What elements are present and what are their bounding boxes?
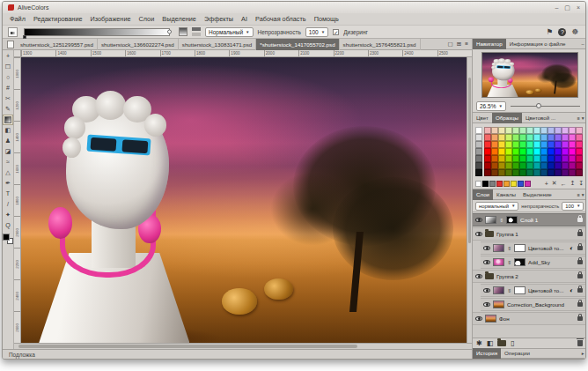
close-button[interactable]: ×	[577, 4, 580, 11]
new-mask-icon[interactable]: ◧	[487, 339, 494, 348]
palette-swatch[interactable]	[576, 155, 583, 162]
layer-opacity-select[interactable]: 100 ▼	[562, 202, 584, 211]
collapse-panel-icon[interactable]: –	[581, 41, 584, 47]
palette-swatch[interactable]	[562, 141, 569, 148]
palette-swatch[interactable]	[526, 148, 533, 155]
palette-swatch[interactable]	[555, 141, 562, 148]
lock-icon[interactable]	[577, 288, 583, 293]
color-chips[interactable]	[3, 234, 13, 244]
palette-gray-swatch[interactable]	[475, 169, 482, 176]
palette-swatch[interactable]	[548, 134, 555, 141]
palette-swatch[interactable]	[505, 169, 512, 176]
tab-list-icon[interactable]: ≡	[465, 41, 468, 48]
palette-swatch[interactable]	[526, 169, 533, 176]
palette-swatch[interactable]	[505, 162, 512, 169]
doc-tab[interactable]: shutterstock_130831471.psd	[179, 39, 256, 50]
palette-swatch[interactable]	[548, 127, 555, 134]
palette-swatch[interactable]	[512, 162, 519, 169]
canvas-viewport[interactable]	[21, 57, 467, 343]
tab-file-info[interactable]: Информация о файле	[506, 39, 570, 49]
gradient-editor-strip[interactable]	[24, 28, 170, 36]
palette-swatch[interactable]	[505, 127, 512, 134]
palette-swatch[interactable]	[498, 169, 505, 176]
doc-tab[interactable]: *shutterstock_1417055702.psd	[256, 39, 339, 50]
palette-swatch[interactable]	[576, 127, 583, 134]
link-icon[interactable]: ∞	[499, 218, 504, 222]
palette-swatch[interactable]	[519, 162, 526, 169]
add-swatch-icon[interactable]: +	[545, 181, 548, 187]
palette-swatch[interactable]	[498, 127, 505, 134]
lasso-tool[interactable]: ○	[3, 72, 13, 83]
palette-swatch[interactable]	[498, 162, 505, 169]
palette-swatch[interactable]	[562, 155, 569, 162]
blur-tool[interactable]: ≈	[3, 157, 13, 167]
quick-swatch[interactable]	[489, 181, 496, 187]
pencil-tool[interactable]: ✎	[3, 104, 13, 115]
palette-swatch[interactable]	[533, 148, 540, 155]
maximize-button[interactable]: ▢	[564, 4, 570, 11]
layer-row[interactable]: Фон	[473, 312, 586, 325]
dither-checkbox[interactable]: ✓	[333, 29, 339, 35]
doc-tab[interactable]: shutterstock_1576455821.psd	[340, 39, 421, 50]
zoom-slider[interactable]	[511, 106, 581, 107]
palette-swatch[interactable]	[533, 155, 540, 162]
layer-mask-thumbnail[interactable]	[514, 286, 526, 294]
palette-swatch[interactable]	[512, 127, 519, 134]
palette-swatch[interactable]	[512, 155, 519, 162]
palette-swatch[interactable]	[505, 148, 512, 155]
palette-gray-swatch[interactable]	[475, 162, 482, 169]
layer-thumbnail[interactable]	[493, 258, 504, 266]
quick-swatch[interactable]	[511, 181, 517, 187]
menu-item-file[interactable]: Файл	[10, 15, 26, 23]
quick-swatch[interactable]	[525, 181, 531, 187]
palette-gray-swatch[interactable]	[475, 141, 482, 148]
palette-swatch[interactable]	[484, 134, 491, 141]
palette-swatch[interactable]	[491, 162, 498, 169]
palette-swatch[interactable]	[540, 141, 548, 148]
quick-swatch[interactable]	[503, 181, 510, 187]
palette-gray-swatch[interactable]	[475, 127, 482, 134]
eraser-tool[interactable]: ◪	[3, 146, 13, 157]
palette-swatch[interactable]	[569, 141, 576, 148]
knife-tool[interactable]: ✂	[3, 93, 13, 104]
palette-swatch[interactable]	[491, 141, 498, 148]
palette-swatch[interactable]	[533, 169, 540, 176]
palette-swatch[interactable]	[540, 169, 548, 176]
visibility-eye-icon[interactable]	[475, 316, 482, 321]
palette-swatch[interactable]	[526, 127, 533, 134]
palette-swatch[interactable]	[526, 155, 533, 162]
tab-selection[interactable]: Выделение	[519, 189, 555, 200]
palette-swatch[interactable]	[484, 127, 491, 134]
zoom-slider-knob[interactable]	[536, 103, 541, 108]
menu-item-layers[interactable]: Слои	[139, 15, 155, 23]
minimize-button[interactable]: –	[555, 4, 558, 11]
palette-swatch[interactable]	[519, 155, 526, 162]
palette-swatch[interactable]	[562, 162, 569, 169]
palette-swatch[interactable]	[491, 134, 498, 141]
layer-row[interactable]: Группа 2	[473, 270, 586, 283]
palette-swatch[interactable]	[505, 155, 512, 162]
palette-swatch[interactable]	[526, 134, 533, 141]
palette-swatch[interactable]	[498, 141, 505, 148]
palette-swatch[interactable]	[576, 134, 583, 141]
menu-item-workspace[interactable]: Рабочая область	[255, 15, 306, 23]
pen-tool[interactable]: ✒	[3, 178, 13, 189]
menu-item-edit[interactable]: Редактирование	[33, 15, 83, 23]
layer-thumbnail[interactable]	[493, 301, 504, 308]
menu-item-help[interactable]: Помощь	[314, 15, 339, 23]
gradient-type-icon[interactable]	[179, 27, 187, 36]
layer-thumbnail[interactable]	[493, 286, 504, 294]
palette-swatch[interactable]	[533, 141, 540, 148]
text-tool[interactable]: T	[3, 189, 13, 199]
palette-swatch[interactable]	[576, 141, 583, 148]
line-tool[interactable]: /	[3, 199, 13, 210]
panel-menu-icon[interactable]: ≡	[577, 115, 579, 121]
lock-icon[interactable]	[577, 274, 583, 278]
palette-swatch[interactable]	[491, 148, 498, 155]
palette-swatch[interactable]	[576, 162, 583, 169]
palette-gray-swatch[interactable]	[475, 155, 482, 162]
zoom-tool[interactable]: Q	[3, 220, 13, 231]
palette-swatch[interactable]	[576, 169, 583, 176]
layer-thumbnail[interactable]	[493, 244, 504, 252]
chevron-down-icon[interactable]: ▾	[582, 115, 584, 121]
